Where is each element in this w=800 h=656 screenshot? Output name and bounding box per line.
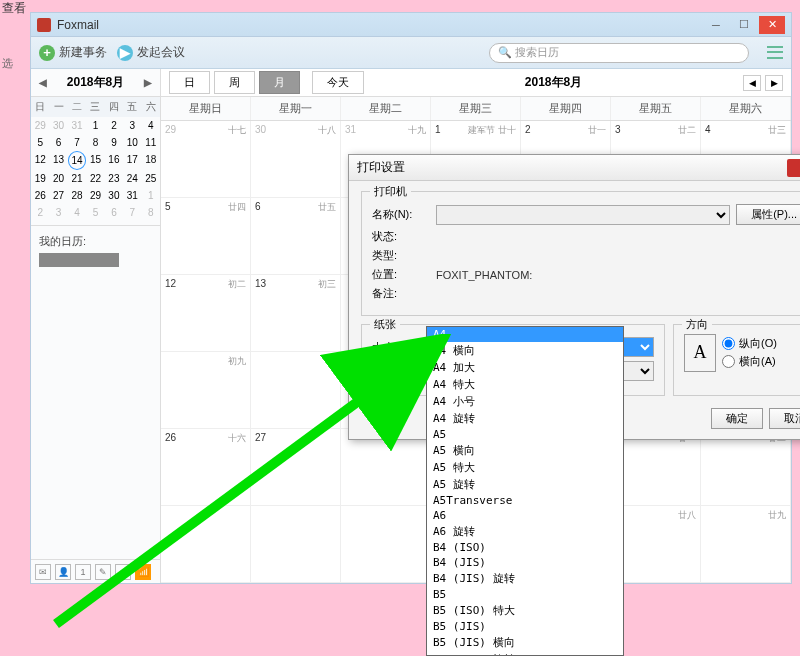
dropdown-option[interactable]: A4 横向 [427, 342, 623, 359]
dropdown-option[interactable]: A4 加大 [427, 359, 623, 376]
week-view-button[interactable]: 周 [214, 71, 255, 94]
mini-day-cell[interactable]: 17 [123, 151, 141, 170]
mini-day-cell[interactable]: 31 [123, 187, 141, 204]
next-page-button[interactable]: ▶ [765, 75, 783, 91]
mini-day-cell[interactable]: 3 [49, 204, 67, 221]
mini-day-cell[interactable]: 21 [68, 170, 86, 187]
mini-day-cell[interactable]: 18 [142, 151, 160, 170]
dropdown-option[interactable]: B4 (ISO) [427, 540, 623, 555]
mini-day-cell[interactable]: 31 [68, 117, 86, 134]
mini-day-cell[interactable]: 14 [68, 151, 86, 170]
mini-day-cell[interactable]: 15 [86, 151, 104, 170]
dropdown-option[interactable]: A5 横向 [427, 442, 623, 459]
mini-day-cell[interactable]: 7 [68, 134, 86, 151]
cal-cell[interactable] [161, 506, 251, 583]
next-month-button[interactable]: ▶ [144, 77, 152, 88]
landscape-radio[interactable] [722, 355, 735, 368]
cal-cell[interactable]: 27 [251, 429, 341, 506]
cal-cell[interactable]: 13初三 [251, 275, 341, 352]
maximize-button[interactable]: ☐ [731, 16, 757, 34]
contacts-icon[interactable]: 👤 [55, 564, 71, 580]
mini-day-cell[interactable]: 6 [49, 134, 67, 151]
notes-icon[interactable]: ✎ [95, 564, 111, 580]
mini-day-cell[interactable]: 4 [142, 117, 160, 134]
portrait-radio[interactable] [722, 337, 735, 350]
dropdown-option[interactable]: B5 (JIS) 横向 [427, 634, 623, 651]
calendar-icon[interactable]: 1 [75, 564, 91, 580]
dropdown-option[interactable]: A5 旋转 [427, 476, 623, 493]
prev-page-button[interactable]: ◀ [743, 75, 761, 91]
mini-day-cell[interactable]: 23 [105, 170, 123, 187]
mini-day-cell[interactable]: 5 [31, 134, 49, 151]
cal-cell[interactable]: 廿九 [701, 506, 791, 583]
mini-day-cell[interactable]: 1 [142, 187, 160, 204]
mini-day-cell[interactable]: 13 [49, 151, 67, 170]
mini-day-cell[interactable]: 11 [142, 134, 160, 151]
cal-cell[interactable]: 5廿四 [161, 198, 251, 275]
feed-icon[interactable]: 📶 [135, 564, 151, 580]
dropdown-option[interactable]: A5 [427, 427, 623, 442]
cal-cell[interactable]: 12初二 [161, 275, 251, 352]
mini-day-cell[interactable]: 30 [49, 117, 67, 134]
mini-day-cell[interactable]: 4 [68, 204, 86, 221]
mini-day-cell[interactable]: 20 [49, 170, 67, 187]
cal-cell[interactable] [341, 506, 431, 583]
dropdown-option[interactable]: A5 特大 [427, 459, 623, 476]
dropdown-option[interactable]: B5 [427, 587, 623, 602]
dropdown-option[interactable]: A4 特大 [427, 376, 623, 393]
today-button[interactable]: 今天 [312, 71, 364, 94]
mini-day-cell[interactable]: 27 [49, 187, 67, 204]
mail-icon[interactable]: ✉ [35, 564, 51, 580]
calendar-entry[interactable] [39, 253, 119, 267]
dropdown-option[interactable]: B4 (JIS) 旋转 [427, 570, 623, 587]
cal-cell[interactable]: 29十七 [161, 121, 251, 198]
mini-day-cell[interactable]: 10 [123, 134, 141, 151]
mini-day-cell[interactable]: 7 [123, 204, 141, 221]
mini-day-cell[interactable]: 3 [123, 117, 141, 134]
dialog-close-button[interactable]: ✕ [787, 159, 800, 177]
month-view-button[interactable]: 月 [259, 71, 300, 94]
printer-name-select[interactable] [436, 205, 730, 225]
dropdown-option[interactable]: B5 (JIS) 旋转 [427, 651, 623, 656]
cal-cell[interactable] [341, 429, 431, 506]
mini-day-cell[interactable]: 22 [86, 170, 104, 187]
mini-day-cell[interactable]: 8 [86, 134, 104, 151]
mini-day-cell[interactable]: 29 [31, 117, 49, 134]
dropdown-option[interactable]: A6 [427, 508, 623, 523]
minimize-button[interactable]: ─ [703, 16, 729, 34]
dropdown-option[interactable]: A4 [427, 327, 623, 342]
mini-day-cell[interactable]: 29 [86, 187, 104, 204]
start-meeting-button[interactable]: ▶ 发起会议 [117, 44, 185, 61]
cal-cell[interactable]: 30十八 [251, 121, 341, 198]
mini-day-cell[interactable]: 26 [31, 187, 49, 204]
mini-day-cell[interactable]: 16 [105, 151, 123, 170]
cal-cell[interactable]: 26十六 [161, 429, 251, 506]
cancel-button[interactable]: 取消 [769, 408, 800, 429]
mini-day-cell[interactable]: 1 [86, 117, 104, 134]
cal-cell[interactable]: 6廿五 [251, 198, 341, 275]
cal-cell[interactable]: 廿八 [611, 506, 701, 583]
prev-month-button[interactable]: ◀ [39, 77, 47, 88]
mini-day-cell[interactable]: 30 [105, 187, 123, 204]
mini-day-cell[interactable]: 25 [142, 170, 160, 187]
dropdown-option[interactable]: A4 小号 [427, 393, 623, 410]
menu-icon[interactable] [767, 45, 783, 61]
cal-cell[interactable]: 初九 [161, 352, 251, 429]
search-input[interactable]: 🔍 搜索日历 [489, 43, 749, 63]
mini-day-cell[interactable]: 2 [105, 117, 123, 134]
dropdown-option[interactable]: A5Transverse [427, 493, 623, 508]
cal-cell[interactable] [251, 506, 341, 583]
cal-cell[interactable]: 廿二 [701, 429, 791, 506]
rss-icon[interactable]: ≡ [115, 564, 131, 580]
mini-day-cell[interactable]: 28 [68, 187, 86, 204]
paper-size-dropdown[interactable]: A4A4 横向A4 加大A4 特大A4 小号A4 旋转A5A5 横向A5 特大A… [426, 326, 624, 656]
cal-cell[interactable] [251, 352, 341, 429]
mini-day-cell[interactable]: 6 [105, 204, 123, 221]
ok-button[interactable]: 确定 [711, 408, 763, 429]
mini-day-cell[interactable]: 9 [105, 134, 123, 151]
cal-cell[interactable]: 廿一 [611, 429, 701, 506]
close-button[interactable]: ✕ [759, 16, 785, 34]
dropdown-option[interactable]: A4 旋转 [427, 410, 623, 427]
dropdown-option[interactable]: B5 (ISO) 特大 [427, 602, 623, 619]
dropdown-option[interactable]: B4 (JIS) [427, 555, 623, 570]
